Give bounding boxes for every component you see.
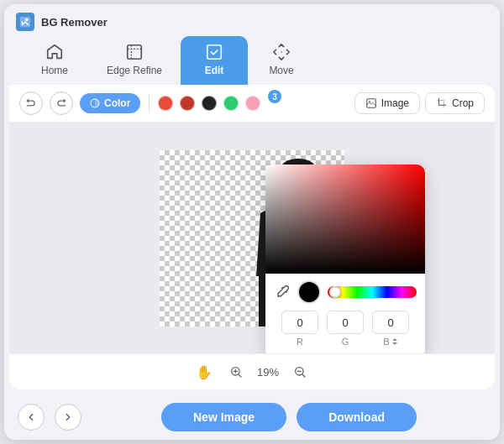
color-button[interactable]: Color [80, 93, 140, 113]
r-input-group: R [281, 311, 318, 347]
zoom-in-button[interactable] [225, 361, 247, 383]
zoom-out-button[interactable] [289, 361, 311, 383]
new-image-button[interactable]: New Image [161, 403, 286, 431]
tab-edit-label: Edit [205, 65, 224, 76]
zoom-level: 19% [257, 366, 279, 379]
swatch-green[interactable] [223, 96, 239, 111]
toolbar-separator [149, 95, 150, 112]
zoom-bar: ✋ 19% [9, 353, 495, 389]
app-title: BG Remover [41, 16, 108, 29]
swatch-red[interactable] [158, 96, 173, 111]
badge-number: 3 [268, 90, 281, 103]
footer: New Image Download [4, 394, 500, 440]
tab-edit[interactable]: Edit [181, 36, 248, 85]
swatch-pink[interactable] [245, 96, 260, 111]
svg-point-16 [278, 295, 280, 297]
swatch-black[interactable] [202, 96, 217, 111]
tab-move[interactable]: Move [248, 36, 315, 85]
app-window: BG Remover Home Edge Refine Edit [4, 4, 500, 440]
swatch-dark-red[interactable] [180, 96, 195, 111]
tab-move-label: Move [269, 65, 293, 76]
redo-button[interactable] [50, 91, 73, 115]
tab-home-label: Home [41, 65, 68, 76]
g-input[interactable] [327, 311, 364, 334]
color-picker-controls [265, 274, 425, 311]
crop-button-label: Crop [452, 97, 474, 109]
image-button[interactable]: Image [354, 92, 420, 114]
nav-tabs: Home Edge Refine Edit Move [4, 36, 500, 85]
tab-home[interactable]: Home [21, 36, 88, 85]
b-input-group: B [372, 311, 409, 347]
tab-edge-refine[interactable]: Edge Refine [88, 36, 181, 85]
image-button-label: Image [381, 97, 409, 109]
mode-dropdown-icon[interactable] [391, 337, 398, 346]
g-label: G [342, 337, 349, 347]
app-icon [16, 13, 34, 31]
b-input[interactable] [372, 311, 409, 334]
svg-rect-3 [207, 45, 222, 60]
r-label: R [297, 337, 303, 347]
crop-button[interactable]: Crop [425, 92, 485, 114]
title-bar: BG Remover [4, 4, 500, 36]
g-input-group: G [327, 311, 364, 347]
main-area: Color 3 Image [9, 85, 495, 389]
canvas-area: R G B [9, 123, 495, 353]
toolbar: Color 3 Image [9, 85, 495, 123]
hue-slider-thumb [329, 286, 341, 298]
eyedropper-icon[interactable] [274, 284, 291, 300]
svg-point-1 [25, 18, 29, 22]
hand-tool-button[interactable]: ✋ [193, 361, 215, 383]
next-button[interactable] [55, 404, 81, 431]
color-picker-popup: R G B [265, 165, 425, 353]
toolbar-right: Image Crop [354, 92, 485, 114]
b-label: B [383, 337, 389, 347]
undo-button[interactable] [19, 91, 43, 115]
color-button-label: Color [104, 97, 130, 109]
prev-button[interactable] [18, 404, 45, 431]
download-button[interactable]: Download [297, 403, 417, 431]
r-input[interactable] [281, 311, 318, 334]
color-gradient[interactable] [265, 165, 425, 274]
rgb-inputs: R G B [265, 311, 425, 350]
svg-rect-2 [128, 45, 142, 60]
hue-slider[interactable] [328, 286, 417, 298]
tab-edge-refine-label: Edge Refine [107, 65, 162, 76]
color-preview [297, 280, 321, 304]
